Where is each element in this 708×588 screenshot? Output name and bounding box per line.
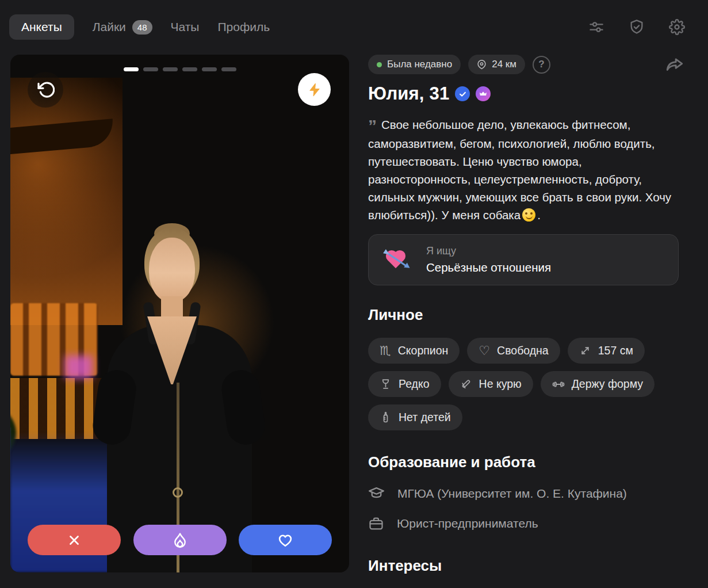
- last-seen-badge: Была недавно: [368, 55, 461, 74]
- last-seen-label: Была недавно: [387, 59, 452, 70]
- dumbbell-icon: [552, 378, 565, 391]
- share-icon[interactable]: [664, 55, 685, 74]
- tab-chats-label: Чаты: [171, 20, 200, 34]
- chip-height: 157 см: [568, 338, 645, 364]
- wine-icon: [380, 378, 392, 390]
- work-item: Юрист-предприниматель: [368, 516, 685, 532]
- profile-bio: ”Свое небольшое дело, увлекаюсь фитнесом…: [368, 116, 679, 224]
- filters-icon[interactable]: [588, 19, 604, 35]
- tab-ankety-label: Анкеты: [21, 20, 62, 34]
- height-icon: [579, 345, 591, 357]
- help-icon[interactable]: ?: [533, 56, 550, 74]
- looking-for-texts: Я ищу Серьёзные отношения: [426, 245, 551, 274]
- premium-crown-icon: [476, 86, 491, 101]
- chip-smoking: Не курю: [449, 371, 533, 397]
- distance-label: 24 км: [492, 59, 516, 70]
- photo-progress-segment: [124, 67, 139, 71]
- tab-likes[interactable]: Лайки 48: [93, 20, 152, 35]
- profile-info-panel: Была недавно 24 км ? Юлия, 31: [349, 55, 685, 575]
- bio-text: Свое небольшое дело, увлекаюсь фитнесом,…: [368, 118, 671, 222]
- x-icon: [67, 533, 82, 548]
- heart-with-arrow-emoji-icon: [382, 247, 410, 273]
- rewind-button[interactable]: [28, 72, 63, 108]
- smiley-emoji-icon: [522, 208, 535, 222]
- bio-suffix: .: [537, 208, 541, 222]
- swipe-actions: [10, 525, 349, 555]
- section-title-education: Образование и работа: [368, 453, 685, 471]
- looking-for-value: Серьёзные отношения: [426, 261, 551, 274]
- nav-tabs: Анкеты Лайки 48 Чаты Профиль: [9, 14, 270, 40]
- rewind-icon: [36, 81, 55, 99]
- work-text: Юрист-предприниматель: [397, 517, 538, 530]
- tab-profile[interactable]: Профиль: [217, 20, 270, 34]
- main-content: Была недавно 24 км ? Юлия, 31: [0, 55, 708, 575]
- tab-chats[interactable]: Чаты: [171, 20, 200, 34]
- scorpio-icon: ♏: [380, 345, 391, 357]
- photo-progress-segment: [221, 67, 236, 71]
- profile-name-age: Юлия, 31: [368, 83, 449, 104]
- quote-icon: ”: [368, 116, 376, 135]
- looking-for-label: Я ищу: [426, 245, 551, 257]
- dislike-button[interactable]: [28, 525, 121, 555]
- photo-progress-segment: [202, 67, 217, 71]
- photo-progress-segment: [182, 67, 197, 71]
- no-smoking-icon: [460, 378, 472, 390]
- photo-progress-segment: [163, 67, 178, 71]
- heart-outline-icon: ♡: [479, 345, 490, 357]
- map-pin-icon: [477, 60, 487, 70]
- education-rows: МГЮА (Университет им. О. Е. Кутафина) Юр…: [368, 485, 685, 532]
- distance-badge: 24 км: [468, 55, 525, 74]
- tab-ankety[interactable]: Анкеты: [9, 14, 74, 40]
- chip-relationship: ♡ Свободна: [467, 338, 560, 364]
- profile-photo-card[interactable]: [10, 55, 349, 572]
- chip-fitness: Держу форму: [541, 371, 655, 397]
- lightning-bolt-icon: [307, 82, 322, 97]
- likes-count-badge: 48: [132, 20, 152, 35]
- looking-for-card: Я ищу Серьёзные отношения: [368, 234, 679, 285]
- online-dot: [377, 62, 382, 67]
- safety-shield-icon[interactable]: [629, 19, 645, 35]
- top-nav: Анкеты Лайки 48 Чаты Профиль: [9, 14, 685, 40]
- personal-chips: ♏ Скорпион ♡ Свободна 157 см: [368, 338, 656, 430]
- baby-bottle-icon: [380, 411, 392, 423]
- settings-gear-icon[interactable]: [669, 19, 685, 35]
- chip-children: Нет детей: [368, 404, 462, 430]
- section-title-personal: Личное: [368, 306, 685, 324]
- photo-progress-segment: [143, 67, 158, 71]
- name-row: Юлия, 31: [368, 83, 685, 104]
- superlike-button[interactable]: [133, 525, 227, 555]
- education-item: МГЮА (Университет им. О. Е. Кутафина): [368, 485, 685, 502]
- verified-badge-icon: [455, 86, 470, 101]
- photo-progress: [124, 67, 236, 71]
- section-title-interests: Интересы: [368, 557, 685, 575]
- header-actions: [588, 19, 685, 35]
- tab-likes-label: Лайки: [93, 20, 126, 34]
- boost-button[interactable]: [298, 73, 331, 106]
- graduation-cap-icon: [368, 485, 385, 502]
- chip-alcohol: Редко: [368, 371, 441, 397]
- status-row: Была недавно 24 км ?: [368, 55, 685, 74]
- briefcase-icon: [368, 516, 384, 532]
- flame-icon: [171, 532, 189, 549]
- heart-icon: [277, 532, 293, 548]
- chip-zodiac: ♏ Скорпион: [368, 338, 460, 364]
- like-button[interactable]: [239, 525, 332, 555]
- education-text: МГЮА (Университет им. О. Е. Кутафина): [397, 487, 627, 501]
- tab-profile-label: Профиль: [217, 20, 270, 34]
